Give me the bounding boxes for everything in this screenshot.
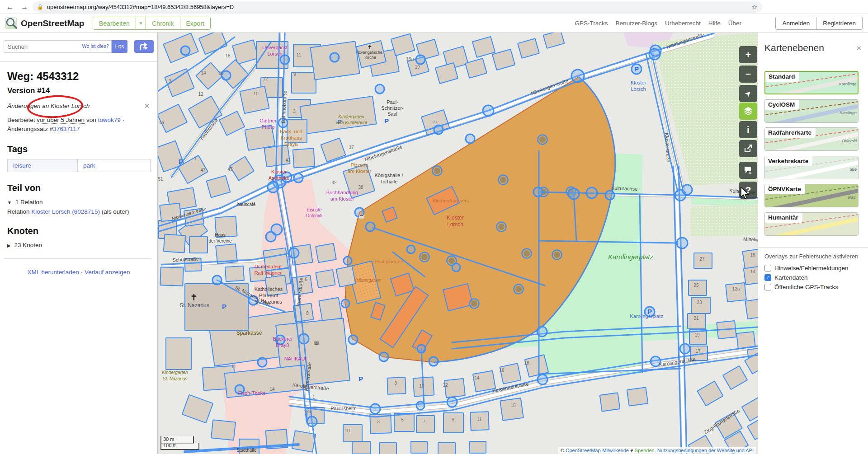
data-node [452,263,460,271]
house-number: 43 [285,158,291,163]
building [627,387,648,406]
nav-about[interactable]: Über [728,20,741,27]
data-node [344,257,352,265]
forward-icon[interactable]: → [19,2,30,13]
layer-name: Standard [765,72,799,82]
where-is-this-link[interactable]: Wo ist dies? [82,43,109,49]
divider [758,247,868,248]
download-xml-link[interactable]: XML herunterladen [28,269,79,276]
url-text[interactable]: openstreetmap.org/way/4543312#map=18/49.… [47,4,752,10]
tag-key-link[interactable]: leisure [13,162,31,169]
expand-triangle-icon: ▶ [7,243,11,248]
data-node [266,232,276,242]
site-title[interactable]: OpenStreetMap [21,19,84,28]
share-button[interactable] [739,140,757,157]
house-number: 1 [194,156,197,161]
layers-panel-title: Kartenebenen [764,42,824,53]
auth-button-group: Anmelden Registrieren [775,17,863,30]
house-number: 18 [225,53,231,58]
post-icon: ✉ [314,340,319,346]
directions-button[interactable] [134,40,154,53]
map-label: Königshalle / [375,173,404,178]
checkbox-icon[interactable] [764,274,771,281]
building [379,443,396,454]
search-go-button[interactable]: Los [112,40,127,53]
view-history-link[interactable]: Verlauf anzeigen [85,269,130,276]
relation-link[interactable]: Kloster Lorsch (6028715) [31,208,100,215]
overlay-checkbox-notes[interactable]: Hinweise/Fehlermeldungen [764,265,849,271]
history-button[interactable]: Chronik [146,17,180,29]
export-button[interactable]: Export [180,17,210,29]
data-node [537,327,547,337]
nav-gps-tracks[interactable]: GPS-Tracks [575,20,608,27]
map-label: Ralf Wagner [255,270,282,276]
browser-toolbar: ← → ⟳ 🔒 openstreetmap.org/way/4543312#ma… [0,0,868,14]
zoom-in-button[interactable]: + [739,46,757,63]
url-bar[interactable]: 🔒 openstreetmap.org/way/4543312#map=18/4… [33,1,762,13]
map-canvas[interactable]: PPPPPPP✝✝☕✉NibelungenstraßeNibelungenstr… [158,33,758,454]
osm-logo-icon[interactable] [5,16,18,32]
lock-icon: 🔒 [37,4,43,10]
edit-button[interactable]: Bearbeiten [93,17,136,29]
map-label: Back- und [280,129,302,134]
terms-link[interactable]: Nutzungsbedingungen der Website und API [657,448,754,453]
nav-copyright[interactable]: Urheberrecht [665,20,701,27]
tree [421,254,428,260]
map-viewport[interactable]: PPPPPPP✝✝☕✉NibelungenstraßeNibelungenstr… [158,33,758,454]
layer-option-öpnvkarte[interactable]: erstr. ÖPNVKarte [764,184,859,207]
edit-dropdown-caret[interactable]: ▾ [136,17,146,29]
map-label: Gärtner [259,118,277,123]
locate-button[interactable]: ➤ [739,85,757,102]
tags-table: leisure park [7,159,151,172]
tree [500,177,506,183]
layer-option-humanitär[interactable]: Humanitär [764,212,859,236]
table-row: leisure park [8,159,151,172]
zoom-out-button[interactable]: − [739,66,757,83]
legend-button[interactable]: i [739,121,757,138]
layers-panel-close-icon[interactable]: ✕ [856,44,862,52]
sidebar-close-icon[interactable]: ✕ [144,102,150,110]
checkbox-icon[interactable] [764,284,771,290]
nodes-toggle[interactable]: ▶ 23 Knoten [7,242,150,248]
layers-button[interactable] [739,103,757,120]
edit-metadata: Bearbeitet vor über 5 Jahren von towok79… [7,116,143,133]
map-label: St. Nazarius [163,376,187,381]
overlay-checkbox-map-data[interactable]: Kartendaten [764,274,808,281]
add-note-button[interactable] [739,162,757,179]
layer-option-radfahrerkarte[interactable]: Dolomiti Radfahrerkarte [764,127,859,151]
nav-help[interactable]: Hilfe [708,20,721,27]
donate-link[interactable]: Spenden [635,448,655,453]
contributors-link[interactable]: OpenStreetMap-Mitwirkende [566,448,629,453]
changeset-comment: Änderungen an Kloster Lorsch [7,103,150,109]
changeset-link[interactable]: 37637117 [53,126,80,132]
tag-value-link[interactable]: park [83,162,95,169]
map-label: hauscafé [237,202,256,207]
back-icon[interactable]: ← [5,2,15,13]
map-label: Lorsch [267,51,282,56]
checkbox-icon[interactable] [764,265,771,271]
user-link[interactable]: towok79 [98,117,120,123]
register-button[interactable]: Registrieren [816,17,862,29]
map-label: Apotheke [269,175,289,181]
data-node [330,53,339,62]
query-button[interactable]: ? [739,182,757,199]
nav-user-blogs[interactable]: Benutzer-Blogs [616,20,657,27]
login-button[interactable]: Anmelden [776,17,816,29]
nodes-heading: Knoten [7,226,150,236]
map-label: Photo [262,124,275,130]
relation-toggle[interactable]: ▼ 1 Relation [7,199,150,206]
bookmark-star-icon[interactable]: ☆ [752,3,758,11]
building [745,299,758,319]
building [444,379,465,398]
house-number: 27 [699,257,705,262]
data-node [349,335,358,344]
map-label: Schnitzer- [381,105,404,111]
map-label: Drayß [284,141,298,147]
parking-icon: P [384,117,389,125]
layer-option-verkehrskarte[interactable]: aße Verkehrskarte [764,156,859,179]
overlay-checkbox-gps[interactable]: Öffentliche GPS-Tracks [764,284,838,290]
layer-option-cyclosm[interactable]: Karolinge CyclOSM [764,99,859,123]
map-label: Lorsch [631,86,646,92]
map-label: Buchhandlung [326,190,358,195]
layer-option-standard[interactable]: Karolinge Standard [764,71,859,94]
